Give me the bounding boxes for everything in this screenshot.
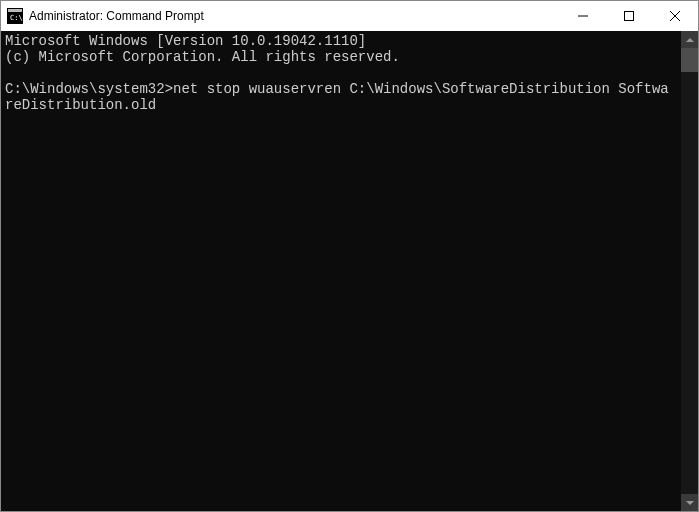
command-prompt-window: C:\ Administrator: Command Prompt bbox=[0, 0, 699, 512]
svg-rect-4 bbox=[625, 12, 634, 21]
maximize-button[interactable] bbox=[606, 1, 652, 31]
vertical-scrollbar[interactable] bbox=[681, 31, 698, 511]
scroll-thumb[interactable] bbox=[681, 48, 698, 72]
svg-rect-1 bbox=[8, 9, 22, 12]
maximize-icon bbox=[624, 11, 634, 21]
chevron-up-icon bbox=[686, 36, 694, 44]
version-line: Microsoft Windows [Version 10.0.19042.11… bbox=[5, 33, 366, 49]
console-area: Microsoft Windows [Version 10.0.19042.11… bbox=[1, 31, 698, 511]
window-controls bbox=[560, 1, 698, 31]
close-icon bbox=[670, 11, 680, 21]
scroll-track[interactable] bbox=[681, 48, 698, 494]
window-title: Administrator: Command Prompt bbox=[29, 9, 204, 23]
chevron-down-icon bbox=[686, 499, 694, 507]
scroll-down-button[interactable] bbox=[681, 494, 698, 511]
console-output[interactable]: Microsoft Windows [Version 10.0.19042.11… bbox=[1, 31, 681, 511]
cmd-icon: C:\ bbox=[7, 8, 23, 24]
minimize-icon bbox=[578, 11, 588, 21]
scroll-up-button[interactable] bbox=[681, 31, 698, 48]
svg-text:C:\: C:\ bbox=[10, 14, 23, 22]
close-button[interactable] bbox=[652, 1, 698, 31]
copyright-line: (c) Microsoft Corporation. All rights re… bbox=[5, 49, 400, 65]
prompt-text: C:\Windows\system32> bbox=[5, 81, 173, 97]
titlebar[interactable]: C:\ Administrator: Command Prompt bbox=[1, 1, 698, 31]
minimize-button[interactable] bbox=[560, 1, 606, 31]
